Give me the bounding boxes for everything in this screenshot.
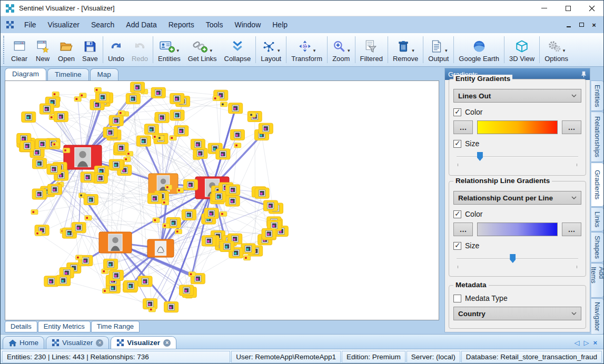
graph-node[interactable] xyxy=(131,82,145,93)
graph-node[interactable] xyxy=(216,149,230,159)
graph-node-small[interactable] xyxy=(234,143,241,148)
options-button[interactable]: ▾Options xyxy=(541,33,572,66)
graph-node-small[interactable] xyxy=(35,231,42,236)
network-diagram[interactable] xyxy=(5,81,439,320)
document-tab-visualizer[interactable]: Visualizer× xyxy=(46,336,109,349)
maximize-button[interactable] xyxy=(556,1,580,16)
3d-view-button[interactable]: 3D View xyxy=(506,33,538,66)
graph-node[interactable] xyxy=(164,302,179,312)
graph-node-small[interactable] xyxy=(177,188,184,193)
graph-node-small[interactable] xyxy=(126,151,133,156)
relationship-gradient-dropdown[interactable]: Relationship Count per Line xyxy=(453,191,581,205)
graph-node[interactable] xyxy=(72,223,86,233)
side-tab-add-items[interactable]: Add Items xyxy=(591,263,604,298)
minimize-button[interactable] xyxy=(532,1,556,16)
entity-size-checkbox[interactable] xyxy=(453,140,461,148)
side-tab-shapes[interactable]: Shapes xyxy=(591,232,604,262)
dropdown-arrow-icon[interactable]: ▾ xyxy=(313,48,316,53)
graph-node-small[interactable] xyxy=(103,289,110,294)
slider-thumb[interactable] xyxy=(477,152,483,161)
open-button[interactable]: Open xyxy=(54,33,78,66)
graph-node-small[interactable] xyxy=(165,185,172,189)
dropdown-arrow-icon[interactable]: ▾ xyxy=(563,48,566,53)
graph-node[interactable] xyxy=(103,127,117,138)
graph-node-small[interactable] xyxy=(163,224,170,228)
graph-node[interactable] xyxy=(93,173,107,184)
entity-gradient-dropdown[interactable]: Lines Out xyxy=(453,89,581,103)
graph-node[interactable] xyxy=(54,112,68,122)
graph-node[interactable] xyxy=(212,191,226,202)
graph-node[interactable] xyxy=(191,139,205,149)
graph-node[interactable] xyxy=(81,172,95,183)
entity-size-slider[interactable] xyxy=(457,150,578,168)
graph-node[interactable] xyxy=(204,208,219,219)
dropdown-arrow-icon[interactable]: ▾ xyxy=(412,48,414,53)
graph-node[interactable] xyxy=(138,276,152,287)
tab-timeline[interactable]: Timeline xyxy=(47,68,89,80)
graph-node[interactable] xyxy=(22,112,36,123)
relationship-gradient-end-button[interactable]: … xyxy=(562,223,581,236)
layout-button[interactable]: ▾Layout xyxy=(257,33,285,66)
graph-node-small[interactable] xyxy=(76,255,83,260)
graph-node[interactable] xyxy=(151,87,165,98)
scroll-tabs-right-icon[interactable]: ▷ xyxy=(583,339,589,347)
graph-node[interactable] xyxy=(109,115,123,126)
relationship-gradient-start-button[interactable]: … xyxy=(453,223,473,236)
graph-node-small[interactable] xyxy=(162,200,169,205)
graph-node[interactable] xyxy=(144,124,159,135)
graph-node-small[interactable] xyxy=(157,136,164,140)
graph-node-small[interactable] xyxy=(118,110,125,115)
dropdown-arrow-icon[interactable]: ▾ xyxy=(177,48,180,53)
graph-node[interactable] xyxy=(182,209,196,220)
tab-map[interactable]: Map xyxy=(90,68,118,80)
graph-node[interactable] xyxy=(35,139,49,149)
graph-node[interactable] xyxy=(56,275,71,286)
tab-diagram[interactable]: Diagram xyxy=(5,68,46,80)
graph-hub-node[interactable] xyxy=(148,174,178,194)
menu-tools[interactable]: Tools xyxy=(200,18,229,32)
graph-node[interactable] xyxy=(155,112,169,123)
scroll-tabs-left-icon[interactable]: ◁ xyxy=(574,339,579,347)
save-button[interactable]: Save xyxy=(78,33,102,66)
graph-node[interactable] xyxy=(180,285,194,296)
graph-node[interactable] xyxy=(126,94,140,104)
undo-button[interactable]: Undo xyxy=(104,33,128,66)
close-button[interactable] xyxy=(580,1,603,16)
graph-node-small[interactable] xyxy=(74,97,81,102)
graph-node[interactable] xyxy=(262,228,276,239)
side-tab-links[interactable]: Links xyxy=(591,207,604,231)
clear-button[interactable]: Clear xyxy=(7,33,31,66)
graph-node[interactable] xyxy=(109,270,123,281)
close-tab-icon[interactable]: × xyxy=(96,339,103,347)
zoom-button[interactable]: ▾Zoom xyxy=(329,33,354,66)
entities-button[interactable]: ▾Entities xyxy=(154,33,184,66)
slider-thumb[interactable] xyxy=(510,254,516,263)
graph-node[interactable] xyxy=(124,280,138,291)
menu-reports[interactable]: Reports xyxy=(163,18,200,32)
graph-node[interactable] xyxy=(226,185,240,195)
graph-node-small[interactable] xyxy=(153,218,160,223)
graph-node-small[interactable] xyxy=(220,211,227,216)
graph-node[interactable] xyxy=(263,200,278,211)
dropdown-arrow-icon[interactable]: ▾ xyxy=(278,48,280,53)
menu-search[interactable]: Search xyxy=(85,18,120,32)
graph-node[interactable] xyxy=(47,164,61,175)
close-tab-icon[interactable]: × xyxy=(593,339,597,347)
menu-window[interactable]: Window xyxy=(229,18,266,32)
mdi-restore-button[interactable] xyxy=(575,19,588,30)
tab-entity-metrics[interactable]: Entity Metrics xyxy=(38,321,91,332)
metadata-type-checkbox[interactable] xyxy=(453,295,461,302)
graph-node[interactable] xyxy=(39,104,54,114)
side-tab-gradients[interactable]: Gradients xyxy=(591,163,604,207)
graph-node[interactable] xyxy=(20,141,34,151)
graph-node-small[interactable] xyxy=(213,96,220,101)
entity-gradient-end-button[interactable]: … xyxy=(562,120,581,134)
graph-node[interactable] xyxy=(32,189,46,199)
output-button[interactable]: ▾Output xyxy=(424,33,452,66)
relationship-size-checkbox[interactable] xyxy=(453,242,461,250)
graph-node-small[interactable] xyxy=(94,87,101,92)
dropdown-arrow-icon[interactable]: ▾ xyxy=(445,48,448,53)
graph-node-small[interactable] xyxy=(221,102,227,107)
graph-node[interactable] xyxy=(174,126,189,136)
graph-hub-node[interactable] xyxy=(147,239,174,257)
